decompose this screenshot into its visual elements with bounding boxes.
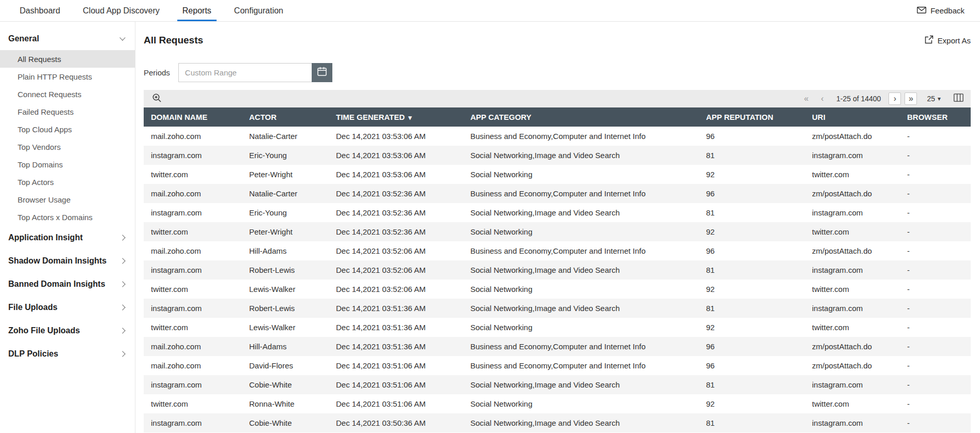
sidebar-item-connect-requests[interactable]: Connect Requests bbox=[0, 85, 135, 103]
table-row[interactable]: twitter.comLewis-WalkerDec 14,2021 03:51… bbox=[144, 318, 971, 337]
table-cell: twitter.com bbox=[144, 165, 242, 184]
column-header-time-generated[interactable]: TIME GENERATED▾ bbox=[329, 107, 463, 127]
column-header-actor[interactable]: ACTOR bbox=[242, 107, 329, 127]
last-page-button[interactable]: » bbox=[905, 92, 917, 105]
table-row[interactable]: mail.zoho.comHill-AdamsDec 14,2021 03:51… bbox=[144, 337, 971, 356]
table-cell: instagram.com bbox=[144, 413, 242, 432]
nav-tab-configuration[interactable]: Configuration bbox=[233, 0, 284, 21]
caret-down-icon: ▾ bbox=[938, 95, 941, 102]
search-button[interactable] bbox=[152, 93, 162, 105]
table-cell: Social Networking,Image and Video Search bbox=[463, 146, 699, 165]
sidebar-section-banned-domain-insights[interactable]: Banned Domain Insights bbox=[0, 272, 135, 296]
table-cell: Social Networking,Image and Video Search bbox=[463, 375, 699, 394]
sidebar-section-shadow-domain-insights[interactable]: Shadow Domain Insights bbox=[0, 249, 135, 272]
sidebar-section-application-insight[interactable]: Application Insight bbox=[0, 226, 135, 249]
table-cell: Hill-Adams bbox=[242, 241, 329, 260]
table-cell: mail.zoho.com bbox=[144, 356, 242, 375]
sidebar-item-top-domains[interactable]: Top Domains bbox=[0, 156, 135, 173]
table-cell: 92 bbox=[699, 318, 805, 337]
table-cell: Dec 14,2021 03:50:36 AM bbox=[329, 413, 463, 432]
sidebar-item-top-vendors[interactable]: Top Vendors bbox=[0, 138, 135, 156]
table-cell: David-Flores bbox=[242, 356, 329, 375]
period-range-input[interactable] bbox=[178, 63, 312, 82]
table-row[interactable]: instagram.comRobert-LewisDec 14,2021 03:… bbox=[144, 260, 971, 280]
table-cell: - bbox=[900, 203, 971, 222]
table-cell: Social Networking bbox=[463, 394, 699, 413]
table-cell: twitter.com bbox=[805, 222, 900, 241]
sort-desc-icon: ▾ bbox=[408, 114, 412, 121]
sidebar-section-label: Application Insight bbox=[8, 233, 83, 242]
calendar-icon bbox=[317, 67, 327, 78]
table-cell: Dec 14,2021 03:51:06 AM bbox=[329, 356, 463, 375]
sidebar-section-zoho-file-uploads[interactable]: Zoho File Uploads bbox=[0, 319, 135, 342]
table-row[interactable]: mail.zoho.comNatalie-CarterDec 14,2021 0… bbox=[144, 184, 971, 203]
sidebar-section-label: General bbox=[8, 34, 39, 43]
table-cell: mail.zoho.com bbox=[144, 127, 242, 146]
table-row[interactable]: twitter.comPeter-WrightDec 14,2021 03:53… bbox=[144, 165, 971, 184]
table-cell: - bbox=[900, 165, 971, 184]
calendar-button[interactable] bbox=[312, 63, 332, 82]
table-row[interactable]: instagram.comRobert-LewisDec 14,2021 03:… bbox=[144, 299, 971, 318]
table-cell: 96 bbox=[699, 127, 805, 146]
table-cell: mail.zoho.com bbox=[144, 184, 242, 203]
pagination: « ‹ 1-25 of 14400 › » 25 ▾ bbox=[800, 92, 963, 105]
nav-tab-cloud-app-discovery[interactable]: Cloud App Discovery bbox=[82, 0, 161, 21]
table-toolbar: « ‹ 1-25 of 14400 › » 25 ▾ bbox=[144, 90, 971, 107]
first-page-button[interactable]: « bbox=[800, 92, 813, 105]
table-cell: - bbox=[900, 222, 971, 241]
table-row[interactable]: mail.zoho.comHill-AdamsDec 14,2021 03:52… bbox=[144, 241, 971, 260]
prev-page-button[interactable]: ‹ bbox=[816, 92, 829, 105]
column-header-app-category[interactable]: APP CATEGORY bbox=[463, 107, 699, 127]
search-plus-icon bbox=[152, 93, 162, 105]
table-cell: Peter-Wright bbox=[242, 222, 329, 241]
column-header-uri[interactable]: URI bbox=[805, 107, 900, 127]
table-row[interactable]: mail.zoho.comNatalie-CarterDec 14,2021 0… bbox=[144, 127, 971, 146]
table-cell: Dec 14,2021 03:53:06 AM bbox=[329, 165, 463, 184]
sidebar-item-top-actors[interactable]: Top Actors bbox=[0, 173, 135, 191]
export-as-label: Export As bbox=[938, 36, 971, 45]
sidebar-item-top-cloud-apps[interactable]: Top Cloud Apps bbox=[0, 120, 135, 138]
nav-tab-reports[interactable]: Reports bbox=[181, 0, 212, 21]
table-cell: Dec 14,2021 03:51:36 AM bbox=[329, 318, 463, 337]
sidebar-item-plain-http-requests[interactable]: Plain HTTP Requests bbox=[0, 68, 135, 85]
column-header-browser[interactable]: BROWSER bbox=[900, 107, 971, 127]
table-cell: Social Networking,Image and Video Search bbox=[463, 299, 699, 318]
table-cell: twitter.com bbox=[805, 318, 900, 337]
sidebar-item-failed-requests[interactable]: Failed Requests bbox=[0, 103, 135, 120]
sidebar-section-label: Zoho File Uploads bbox=[8, 326, 80, 335]
next-page-button[interactable]: › bbox=[889, 92, 901, 105]
nav-tab-dashboard[interactable]: Dashboard bbox=[19, 0, 61, 21]
column-header-label: DOMAIN NAME bbox=[151, 113, 207, 121]
sidebar-section-file-uploads[interactable]: File Uploads bbox=[0, 296, 135, 319]
table-row[interactable]: twitter.comLewis-WalkerDec 14,2021 03:52… bbox=[144, 280, 971, 299]
column-header-app-reputation[interactable]: APP REPUTATION bbox=[699, 107, 805, 127]
table-row[interactable]: mail.zoho.comDavid-FloresDec 14,2021 03:… bbox=[144, 356, 971, 375]
table-row[interactable]: twitter.comPeter-WrightDec 14,2021 03:52… bbox=[144, 222, 971, 241]
sidebar-section-dlp-policies[interactable]: DLP Policies bbox=[0, 342, 135, 365]
table-row[interactable]: instagram.comCobie-WhiteDec 14,2021 03:5… bbox=[144, 375, 971, 394]
table-cell: Dec 14,2021 03:51:06 AM bbox=[329, 394, 463, 413]
sidebar-item-all-requests[interactable]: All Requests bbox=[0, 50, 135, 68]
column-header-label: TIME GENERATED bbox=[336, 113, 405, 121]
periods-label: Periods bbox=[144, 68, 170, 77]
table-cell: - bbox=[900, 184, 971, 203]
column-header-domain-name[interactable]: DOMAIN NAME bbox=[144, 107, 242, 127]
sidebar-section-general[interactable]: General bbox=[0, 27, 135, 50]
sidebar-section-label: Shadow Domain Insights bbox=[8, 256, 106, 266]
table-row[interactable]: twitter.comRonna-WhiteDec 14,2021 03:51:… bbox=[144, 394, 971, 413]
export-as-button[interactable]: Export As bbox=[925, 35, 971, 45]
column-chooser-button[interactable] bbox=[954, 94, 963, 104]
table-row[interactable]: instagram.comEric-YoungDec 14,2021 03:53… bbox=[144, 146, 971, 165]
feedback-button[interactable]: Feedback bbox=[917, 0, 964, 21]
sidebar-item-browser-usage[interactable]: Browser Usage bbox=[0, 191, 135, 208]
page-size-select[interactable]: 25 ▾ bbox=[927, 95, 941, 103]
table-row[interactable]: instagram.comEric-YoungDec 14,2021 03:52… bbox=[144, 203, 971, 222]
table-cell: 81 bbox=[699, 146, 805, 165]
table-cell: Dec 14,2021 03:51:36 AM bbox=[329, 337, 463, 356]
sidebar-section-label: Banned Domain Insights bbox=[8, 280, 105, 289]
column-header-label: BROWSER bbox=[907, 113, 947, 121]
table-cell: Dec 14,2021 03:52:36 AM bbox=[329, 203, 463, 222]
table-row[interactable]: instagram.comCobie-WhiteDec 14,2021 03:5… bbox=[144, 413, 971, 432]
sidebar-item-top-actors-x-domains[interactable]: Top Actors x Domains bbox=[0, 208, 135, 226]
table-cell: zm/postAttach.do bbox=[805, 241, 900, 260]
